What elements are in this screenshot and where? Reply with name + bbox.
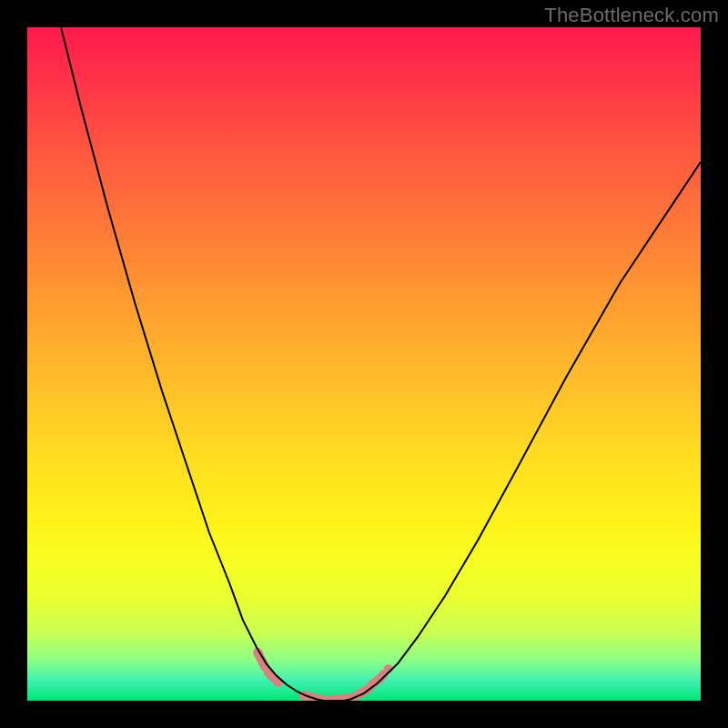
series-right-curve [350, 162, 701, 700]
chart-frame: TheBottleneck.com [0, 0, 728, 728]
marker-segment-1 [268, 672, 278, 682]
curve-layer [61, 27, 701, 701]
watermark-text: TheBottleneck.com [544, 4, 719, 27]
plot-area [27, 27, 701, 701]
series-left-curve [61, 27, 317, 700]
chart-svg [27, 27, 701, 701]
